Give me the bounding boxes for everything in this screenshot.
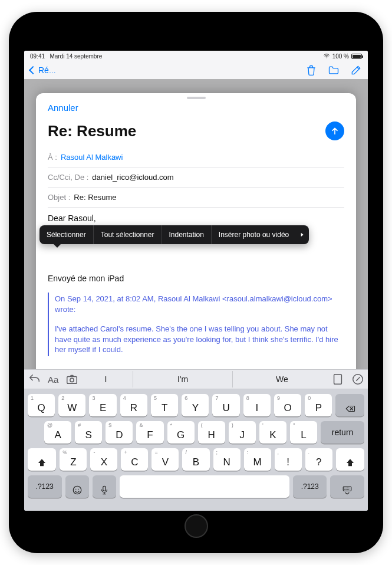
to-field-row[interactable]: À : Rasoul Al Malkawi bbox=[48, 147, 344, 167]
send-button[interactable] bbox=[325, 121, 344, 140]
text-format-button[interactable]: Aa bbox=[48, 375, 58, 385]
body-greeting: Dear Rasoul, bbox=[48, 213, 344, 223]
key-space[interactable] bbox=[120, 475, 289, 498]
key-dictation[interactable] bbox=[93, 475, 116, 498]
key-numsym-right[interactable]: .?123 bbox=[293, 475, 327, 498]
key-shift-left[interactable] bbox=[28, 448, 56, 471]
move-folder-icon[interactable] bbox=[328, 64, 340, 76]
mail-background-toolbar: Ré... bbox=[24, 61, 368, 79]
ctx-select-all[interactable]: Tout sélectionner bbox=[94, 225, 162, 244]
ctx-more-arrow[interactable] bbox=[296, 225, 309, 244]
kb-row-2: @A#S$D&F*G(H)J'K"Lreturn bbox=[28, 421, 364, 444]
key-O[interactable]: 9O bbox=[274, 394, 301, 416]
key-Q[interactable]: 1Q bbox=[28, 394, 55, 416]
key-?[interactable]: .? bbox=[305, 448, 332, 471]
svg-rect-0 bbox=[67, 376, 77, 383]
svg-point-1 bbox=[70, 378, 74, 382]
kb-row-3: %Z-X+C=V/B;N:M,!.? bbox=[28, 448, 364, 471]
key-X[interactable]: -X bbox=[90, 448, 117, 471]
subject-label: Objet : bbox=[48, 193, 70, 202]
key-N[interactable]: ;N bbox=[213, 448, 241, 471]
undo-icon[interactable] bbox=[28, 373, 41, 386]
key-P[interactable]: 0P bbox=[305, 394, 332, 416]
key-E[interactable]: 3E bbox=[89, 394, 116, 416]
key-shift-right[interactable] bbox=[336, 448, 364, 471]
key-V[interactable]: =V bbox=[151, 448, 179, 471]
wifi-icon bbox=[323, 52, 330, 60]
arrow-up-icon bbox=[330, 126, 340, 136]
signature: Envoyé de mon iPad bbox=[48, 274, 344, 283]
svg-point-3 bbox=[73, 486, 81, 494]
key-R[interactable]: 4R bbox=[120, 394, 147, 416]
key-W[interactable]: 2W bbox=[58, 394, 85, 416]
sheet-grabber[interactable] bbox=[36, 93, 356, 103]
key-Y[interactable]: 6Y bbox=[182, 394, 209, 416]
svg-point-5 bbox=[78, 489, 79, 490]
key-G[interactable]: *G bbox=[167, 421, 195, 444]
trash-icon[interactable] bbox=[305, 64, 317, 76]
key-H[interactable]: (H bbox=[198, 421, 225, 444]
key-I[interactable]: 8I bbox=[243, 394, 271, 416]
compose-title: Re: Resume bbox=[48, 122, 136, 140]
key-U[interactable]: 7U bbox=[212, 394, 239, 416]
subject-value[interactable]: Re: Resume bbox=[74, 193, 116, 202]
markup-icon[interactable] bbox=[351, 373, 364, 386]
back-chevron-icon[interactable] bbox=[29, 66, 37, 74]
key-Z[interactable]: %Z bbox=[60, 448, 87, 471]
key-T[interactable]: 5T bbox=[151, 394, 178, 416]
to-recipient[interactable]: Rasoul Al Malkawi bbox=[61, 153, 123, 162]
key-backspace[interactable] bbox=[335, 394, 364, 416]
key-M[interactable]: :M bbox=[244, 448, 271, 471]
cc-field-row[interactable]: Cc/Cci, De : daniel_rico@icloud.com bbox=[48, 167, 344, 188]
suggestion-1[interactable]: I bbox=[78, 371, 133, 387]
key-C[interactable]: +C bbox=[121, 448, 148, 471]
back-label[interactable]: Ré... bbox=[38, 65, 56, 75]
cc-label: Cc/Cci, De : bbox=[48, 173, 88, 182]
key-B[interactable]: /B bbox=[182, 448, 209, 471]
key-S[interactable]: #S bbox=[75, 421, 102, 444]
quote-body: I've attached Carol's resume. She's the … bbox=[55, 324, 344, 355]
document-scan-icon[interactable] bbox=[331, 373, 344, 386]
key-F[interactable]: &F bbox=[136, 421, 163, 444]
battery-label: 100 % bbox=[332, 53, 349, 60]
status-time: 09:41 bbox=[30, 53, 45, 60]
to-label: À : bbox=[48, 153, 57, 162]
quote-attribution: On Sep 14, 2021, at 8:02 AM, Rasoul Al M… bbox=[55, 294, 344, 314]
subject-field-row[interactable]: Objet : Re: Resume bbox=[48, 188, 344, 208]
key-A[interactable]: @A bbox=[44, 421, 71, 444]
home-button[interactable] bbox=[185, 514, 208, 538]
key-hide-keyboard[interactable] bbox=[330, 475, 364, 498]
key-numsym-left[interactable]: .?123 bbox=[28, 475, 62, 498]
key-emoji[interactable] bbox=[65, 475, 89, 498]
key-K[interactable]: 'K bbox=[259, 421, 286, 444]
text-context-menu: Sélectionner Tout sélectionner Indentati… bbox=[39, 225, 309, 244]
key-L[interactable]: "L bbox=[290, 421, 317, 444]
ctx-indent[interactable]: Indentation bbox=[162, 225, 211, 244]
ctx-insert-media[interactable]: Insérer photo ou vidéo bbox=[212, 225, 296, 244]
compose-icon[interactable] bbox=[350, 64, 362, 76]
key-D[interactable]: $D bbox=[106, 421, 133, 444]
from-address: daniel_rico@icloud.com bbox=[92, 173, 173, 182]
suggestion-3[interactable]: We bbox=[232, 371, 331, 387]
kb-row-4: .?123.?123 bbox=[28, 475, 364, 498]
svg-point-4 bbox=[75, 489, 77, 490]
battery-icon bbox=[351, 54, 362, 59]
onscreen-keyboard: Aa I I'm We 1Q bbox=[24, 369, 368, 511]
quoted-reply: On Sep 14, 2021, at 8:02 AM, Rasoul Al M… bbox=[48, 293, 344, 356]
ctx-select[interactable]: Sélectionner bbox=[39, 225, 94, 244]
status-bar: 09:41 Mardi 14 septembre 100 % bbox=[24, 51, 368, 61]
key-J[interactable]: )J bbox=[229, 421, 256, 444]
key-![interactable]: ,! bbox=[275, 448, 302, 471]
email-body[interactable]: Dear Rasoul, Sélectionner Tout sélection… bbox=[48, 208, 344, 356]
kb-row-1: 1Q2W3E4R5T6Y7U8I9O0P bbox=[28, 394, 364, 416]
svg-rect-6 bbox=[103, 486, 106, 491]
svg-rect-7 bbox=[343, 487, 351, 491]
cancel-button[interactable]: Annuler bbox=[48, 103, 78, 113]
suggestion-2[interactable]: I'm bbox=[133, 371, 232, 387]
status-date: Mardi 14 septembre bbox=[50, 53, 102, 60]
status-time-date: 09:41 Mardi 14 septembre bbox=[30, 53, 102, 60]
camera-icon[interactable] bbox=[65, 373, 78, 386]
key-return[interactable]: return bbox=[321, 421, 364, 444]
